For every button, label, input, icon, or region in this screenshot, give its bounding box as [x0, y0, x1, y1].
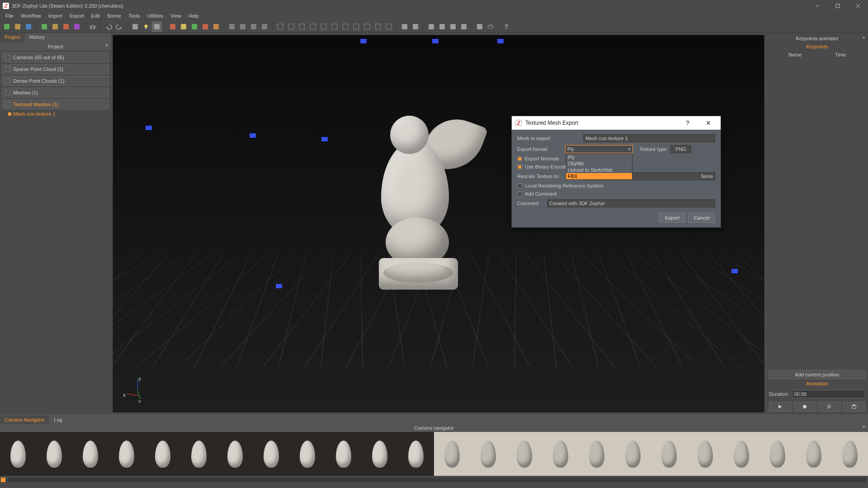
- camera-marker[interactable]: [146, 126, 152, 130]
- camera-thumbnail[interactable]: [181, 432, 217, 476]
- camera-thumbnail[interactable]: [470, 432, 506, 476]
- toolbar-mask-icon[interactable]: [486, 22, 495, 32]
- toolbar-wrench-icon[interactable]: [475, 22, 485, 32]
- toolbar-pick-icon[interactable]: [459, 22, 469, 32]
- close-button[interactable]: [848, 0, 868, 11]
- camera-thumbnail[interactable]: [615, 432, 651, 476]
- toolbar-sel-color-icon[interactable]: [308, 22, 318, 32]
- camera-thumbnail[interactable]: [145, 432, 181, 476]
- toolbar-wiz4-icon[interactable]: [72, 22, 82, 32]
- camera-thumbnail[interactable]: [760, 432, 796, 476]
- combo-option-ply[interactable]: Ply: [566, 154, 632, 160]
- toolbar-open-icon[interactable]: [13, 22, 23, 32]
- bottom-scrollbar[interactable]: [0, 476, 868, 485]
- tab-camera-navigator[interactable]: Camera Navigator: [0, 416, 49, 424]
- toolbar-measure-icon[interactable]: [426, 22, 436, 32]
- tree-item-meshes[interactable]: Meshes (1): [2, 88, 109, 98]
- camera-marker[interactable]: [276, 284, 282, 288]
- toolbar-sel-shrink-icon[interactable]: [384, 22, 394, 32]
- loop-button[interactable]: [818, 402, 841, 412]
- project-panel-close-icon[interactable]: ×: [105, 42, 108, 48]
- camera-thumbnail[interactable]: [723, 432, 760, 476]
- toolbar-sel-all-icon[interactable]: [351, 22, 361, 32]
- dialog-titlebar[interactable]: Z Textured Mesh Export ? ✕: [512, 116, 721, 130]
- menu-tools[interactable]: Tools: [125, 12, 144, 19]
- keypoints-list[interactable]: [768, 59, 866, 369]
- export-format-combo[interactable]: Ply Ply Obj/Mtl Upload to Sketchfab FBX: [565, 145, 633, 153]
- camera-thumbnail[interactable]: [398, 432, 434, 476]
- toolbar-undo-icon[interactable]: [104, 22, 113, 32]
- menu-utilities[interactable]: Utilities: [144, 12, 167, 19]
- toolbar-shade5-icon[interactable]: [211, 22, 221, 32]
- menu-workflow[interactable]: Workflow: [17, 12, 45, 19]
- camera-thumbnail[interactable]: [687, 432, 723, 476]
- record-button[interactable]: [793, 402, 816, 412]
- camera-thumbnail[interactable]: [326, 432, 362, 476]
- camera-thumbnail[interactable]: [796, 432, 832, 476]
- toolbar-hide-icon[interactable]: [400, 22, 410, 32]
- dialog-help-button[interactable]: ?: [679, 116, 696, 130]
- menu-help[interactable]: Help: [185, 12, 203, 19]
- toolbar-sel-plane-icon[interactable]: [319, 22, 329, 32]
- camera-thumbnail[interactable]: [832, 432, 868, 476]
- toolbar-pts4-icon[interactable]: [259, 22, 269, 32]
- camera-thumbnail[interactable]: [289, 432, 326, 476]
- camera-thumbnail[interactable]: [253, 432, 289, 476]
- camera-thumbnail[interactable]: [542, 432, 579, 476]
- camera-thumbnail[interactable]: [72, 432, 108, 476]
- camera-thumbnail[interactable]: [506, 432, 542, 476]
- tree-item-dense[interactable]: Dense Point Clouds (1): [2, 76, 109, 86]
- menu-scene[interactable]: Scene: [104, 12, 125, 19]
- camera-thumbnail[interactable]: [0, 432, 36, 476]
- toolbar-help-icon[interactable]: ?: [501, 22, 511, 32]
- toolbar-bbox-icon[interactable]: [152, 22, 162, 32]
- toolbar-plane-icon[interactable]: [448, 22, 458, 32]
- toolbar-shade3-icon[interactable]: [189, 22, 199, 32]
- save-animation-button[interactable]: [843, 402, 865, 412]
- toolbar-wiz2-icon[interactable]: [50, 22, 60, 32]
- camera-thumbnail[interactable]: [36, 432, 72, 476]
- toolbar-pts3-icon[interactable]: [249, 22, 259, 32]
- menu-file[interactable]: File: [2, 12, 17, 19]
- minimize-button[interactable]: [807, 0, 827, 11]
- cancel-button[interactable]: Cancel: [688, 213, 715, 223]
- toolbar-pts2-icon[interactable]: [238, 22, 248, 32]
- toolbar-sel-grow-icon[interactable]: [373, 22, 383, 32]
- panel-close-icon[interactable]: ×: [863, 35, 865, 40]
- camera-marker[interactable]: [497, 39, 504, 43]
- camera-thumbnail[interactable]: [434, 432, 470, 476]
- toolbar-wiz3-icon[interactable]: [61, 22, 71, 32]
- tree-item-sparse[interactable]: Sparse Point Cloud (1): [2, 64, 109, 74]
- camera-marker[interactable]: [250, 133, 256, 138]
- camera-thumbnail[interactable]: [362, 432, 398, 476]
- toolbar-redo-icon[interactable]: [114, 22, 124, 32]
- toolbar-new-icon[interactable]: [2, 22, 12, 32]
- add-position-button[interactable]: Add current position: [768, 370, 866, 379]
- toolbar-pts1-icon[interactable]: [227, 22, 237, 32]
- tab-project[interactable]: Project: [0, 33, 24, 42]
- toolbar-sel-poly-icon[interactable]: [297, 22, 307, 32]
- tree-subitem-mesh[interactable]: Mesh con texture 1: [2, 111, 109, 117]
- tree-item-textured-meshes[interactable]: Textured Meshes (1): [2, 99, 109, 109]
- menu-import[interactable]: Import: [45, 12, 66, 19]
- tree-item-cameras[interactable]: Cameras (65 out of 65): [2, 52, 109, 62]
- orientation-gizmo[interactable]: Z X Y: [125, 378, 147, 400]
- dialog-close-button[interactable]: ✕: [700, 116, 717, 130]
- combo-option-obj[interactable]: Obj/Mtl: [566, 160, 632, 167]
- camera-navigator-close-icon[interactable]: ×: [863, 424, 865, 429]
- camera-marker[interactable]: [360, 39, 367, 43]
- play-button[interactable]: [769, 402, 792, 412]
- toolbar-camera-icon[interactable]: [88, 22, 98, 32]
- camera-thumbnail[interactable]: [217, 432, 253, 476]
- toolbar-sel-none-icon[interactable]: [362, 22, 372, 32]
- export-normals-checkbox[interactable]: [517, 156, 522, 161]
- combo-option-sketchfab[interactable]: Upload to Sketchfab: [566, 167, 632, 173]
- menu-view[interactable]: View: [167, 12, 185, 19]
- menu-edit[interactable]: Edit: [88, 12, 104, 19]
- toolbar-save-icon[interactable]: [24, 22, 33, 32]
- local-ref-checkbox[interactable]: [517, 183, 522, 188]
- camera-thumbnail[interactable]: [108, 432, 145, 476]
- comment-field[interactable]: Created with 3DF Zephyr: [547, 199, 715, 207]
- camera-thumbnail[interactable]: [651, 432, 687, 476]
- toolbar-wiz1-icon[interactable]: [39, 22, 49, 32]
